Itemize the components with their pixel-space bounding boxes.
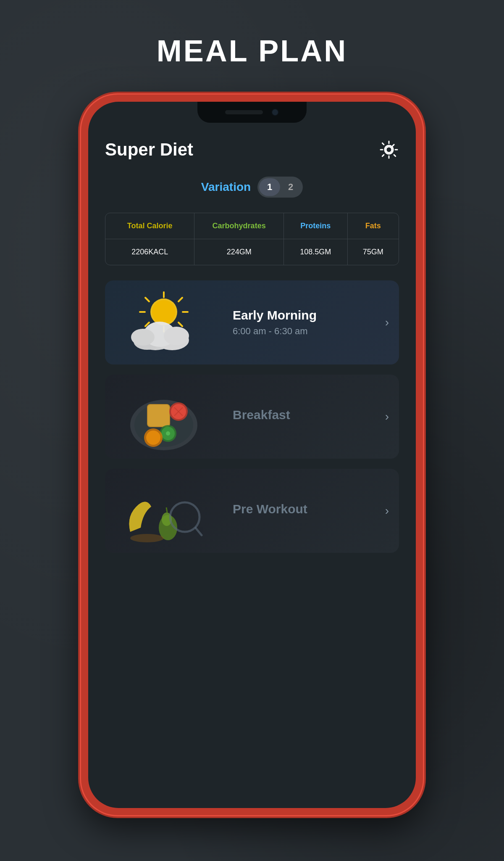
phone-frame: Super Diet Variation 1 2 Tota — [80, 93, 424, 816]
breakfast-arrow: › — [385, 410, 389, 423]
early-morning-time: 6:00 am - 6:30 am — [233, 326, 375, 337]
svg-point-30 — [146, 430, 160, 445]
variation-selector: Variation 1 2 — [105, 177, 399, 198]
header-fats: Fats — [348, 213, 399, 239]
svg-line-4 — [145, 298, 149, 301]
meal-card-breakfast[interactable]: Breakfast › — [105, 375, 399, 459]
nutrition-values-row: 2206KACL 224GM 108.5GM 75GM — [105, 239, 399, 265]
header-total-calorie: Total Calorie — [105, 213, 194, 239]
breakfast-image — [105, 375, 223, 459]
svg-line-9 — [178, 322, 182, 326]
pre-workout-image — [105, 469, 223, 553]
svg-point-28 — [166, 431, 170, 436]
svg-point-17 — [164, 327, 189, 345]
phone-notch — [197, 102, 307, 123]
meal-card-early-morning[interactable]: Early Morning 6:00 am - 6:30 am › — [105, 280, 399, 364]
header-carbohydrates: Carbohydrates — [194, 213, 284, 239]
svg-line-35 — [196, 528, 202, 535]
speaker — [225, 110, 263, 114]
phone-inner: Super Diet Variation 1 2 Tota — [88, 102, 416, 808]
meal-card-pre-workout[interactable]: Pre Workout › — [105, 469, 399, 553]
svg-point-11 — [152, 300, 176, 324]
variation-toggle[interactable]: 1 2 — [257, 177, 303, 198]
svg-rect-21 — [148, 405, 169, 426]
nutrition-header-row: Total Calorie Carbohydrates Proteins Fat… — [105, 213, 399, 239]
variation-option-2[interactable]: 2 — [280, 178, 301, 196]
variation-option-1[interactable]: 1 — [259, 178, 280, 196]
early-morning-arrow: › — [385, 316, 389, 329]
value-fats: 75GM — [348, 239, 399, 265]
svg-point-0 — [386, 147, 392, 153]
pre-workout-info: Pre Workout — [223, 494, 385, 528]
variation-label: Variation — [201, 180, 251, 194]
header-proteins: Proteins — [284, 213, 348, 239]
pre-workout-title: Pre Workout — [233, 502, 375, 516]
svg-line-5 — [178, 298, 182, 301]
early-morning-info: Early Morning 6:00 am - 6:30 am — [223, 300, 385, 345]
svg-point-16 — [131, 329, 155, 346]
value-proteins: 108.5GM — [284, 239, 348, 265]
pre-workout-arrow: › — [385, 504, 389, 518]
app-name: Super Diet — [105, 140, 193, 160]
svg-point-36 — [130, 534, 164, 542]
svg-line-33 — [166, 507, 167, 512]
app-header: Super Diet — [105, 140, 399, 160]
breakfast-info: Breakfast — [223, 399, 385, 434]
page-title: MEAL PLAN — [157, 34, 348, 68]
value-total-calorie: 2206KACL — [105, 239, 194, 265]
phone-content: Super Diet Variation 1 2 Tota — [88, 102, 416, 808]
value-carbohydrates: 224GM — [194, 239, 284, 265]
nutrition-table: Total Calorie Carbohydrates Proteins Fat… — [105, 213, 399, 265]
front-camera — [271, 108, 279, 116]
early-morning-title: Early Morning — [233, 308, 375, 322]
settings-icon[interactable] — [379, 140, 399, 160]
breakfast-title: Breakfast — [233, 408, 375, 422]
early-morning-image — [105, 280, 223, 364]
